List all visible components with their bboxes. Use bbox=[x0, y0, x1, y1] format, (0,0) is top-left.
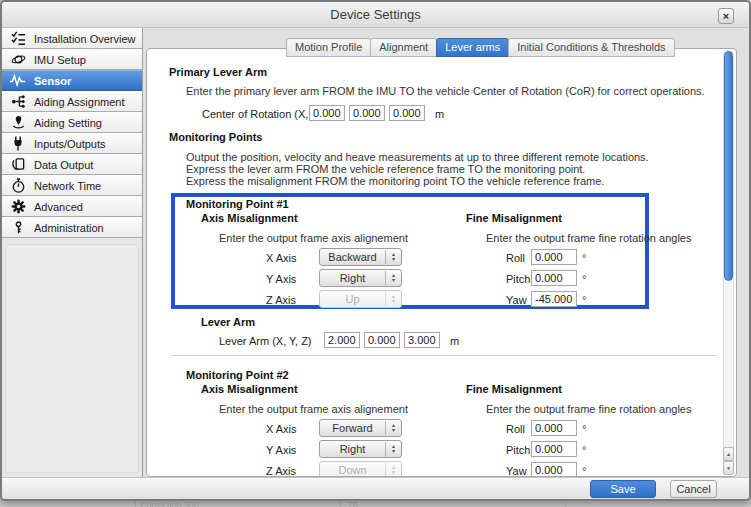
dialog-footer: Save Cancel bbox=[2, 477, 749, 499]
fine-misalignment-description: Enter the output frame fine rotation ang… bbox=[486, 232, 691, 244]
y-axis-label: Y Axis bbox=[266, 273, 310, 285]
center-of-rotation-z-input[interactable] bbox=[389, 105, 425, 121]
scroll-up-button[interactable]: ▲ bbox=[723, 447, 734, 461]
y-axis-label: Y Axis bbox=[266, 444, 310, 456]
vertical-scrollbar[interactable]: ▲ ▼ bbox=[723, 50, 734, 475]
z-axis-label: Z Axis bbox=[266, 294, 310, 306]
sidebar-item-installation-overview[interactable]: Installation Overview bbox=[2, 28, 142, 49]
waveform-icon bbox=[9, 74, 27, 87]
sidebar-item-label: Aiding Setting bbox=[34, 117, 102, 129]
cancel-button[interactable]: Cancel bbox=[670, 480, 717, 498]
lever-arms-panel: Primary Lever Arm Enter the primary leve… bbox=[146, 48, 737, 477]
degrees-unit-label: ° bbox=[582, 423, 586, 435]
sidebar-item-network-time[interactable]: Network Time bbox=[2, 175, 142, 196]
sidebar-item-advanced[interactable]: Advanced bbox=[2, 196, 142, 217]
lever-arm-y-input[interactable] bbox=[364, 332, 400, 348]
x-axis-label: X Axis bbox=[266, 423, 310, 435]
location-pin-icon bbox=[9, 115, 27, 130]
spinner-arrows-icon[interactable]: ▴▾ bbox=[386, 273, 401, 283]
sidebar-item-inputs-outputs[interactable]: Inputs/Outputs bbox=[2, 133, 142, 154]
sidebar-item-imu-setup[interactable]: IMU Setup bbox=[2, 49, 142, 70]
sidebar-item-label: Administration bbox=[34, 222, 104, 234]
center-of-rotation-y-input[interactable] bbox=[349, 105, 385, 121]
save-button[interactable]: Save bbox=[590, 480, 656, 498]
yaw-input[interactable] bbox=[531, 291, 577, 307]
sidebar-item-administration[interactable]: Administration bbox=[2, 217, 142, 238]
monitoring-point-1-section: Monitoring Point #1 Axis Misalignment Fi… bbox=[175, 197, 645, 305]
yaw-input[interactable] bbox=[531, 462, 577, 477]
lever-arm-heading: Lever Arm bbox=[201, 316, 255, 328]
background-faint-text: 76 bbox=[348, 500, 358, 507]
dialog-title: Device Settings bbox=[2, 2, 749, 27]
degrees-unit-label: ° bbox=[582, 252, 586, 264]
sidebar-item-sensor[interactable]: Sensor bbox=[2, 70, 142, 91]
close-icon: × bbox=[723, 10, 729, 22]
y-axis-value: Right bbox=[320, 443, 385, 455]
degrees-unit-label: ° bbox=[582, 273, 586, 285]
monitoring-points-heading: Monitoring Points bbox=[169, 131, 262, 143]
pitch-input[interactable] bbox=[531, 441, 577, 457]
primary-lever-arm-description: Enter the primary lever arm FROM the IMU… bbox=[186, 85, 705, 97]
scroll-down-icon: ▼ bbox=[726, 465, 731, 471]
monitoring-point-2-heading: Monitoring Point #2 bbox=[186, 369, 289, 381]
lever-arm-x-input[interactable] bbox=[324, 332, 360, 348]
monitoring-points-description-1: Output the position, velocity and heave … bbox=[186, 151, 649, 163]
x-axis-spinner[interactable]: Forward ▴▾ bbox=[319, 419, 402, 437]
spinner-arrows-icon[interactable]: ▴▾ bbox=[386, 444, 401, 454]
settings-tabs: Motion Profile Alignment Lever arms Init… bbox=[286, 38, 675, 57]
checklist-icon bbox=[9, 31, 27, 46]
sidebar-item-label: Advanced bbox=[34, 201, 83, 213]
degrees-unit-label: ° bbox=[582, 294, 586, 306]
gear-icon bbox=[9, 199, 27, 214]
primary-lever-arm-heading: Primary Lever Arm bbox=[169, 66, 267, 78]
roll-input[interactable] bbox=[531, 420, 577, 436]
spinner-arrows-icon: ▴▾ bbox=[386, 465, 401, 475]
monitoring-point-2-section: Monitoring Point #2 Axis Misalignment Fi… bbox=[175, 368, 685, 477]
y-axis-value: Right bbox=[320, 272, 385, 284]
section-divider bbox=[171, 355, 716, 356]
lever-arm-z-input[interactable] bbox=[404, 332, 440, 348]
gyroscope-icon bbox=[9, 52, 27, 67]
monitoring-points-description-3: Express the misalignment FROM the monito… bbox=[186, 175, 604, 187]
fine-misalignment-heading: Fine Misalignment bbox=[466, 383, 562, 395]
sidebar-item-data-output[interactable]: Data Output bbox=[2, 154, 142, 175]
fine-misalignment-heading: Fine Misalignment bbox=[466, 212, 562, 224]
scrollbar-thumb[interactable] bbox=[724, 51, 733, 281]
spinner-arrows-icon: ▴▾ bbox=[386, 294, 401, 304]
axis-misalignment-description: Enter the output frame axis alignement bbox=[219, 232, 408, 244]
z-axis-spinner: Up ▴▾ bbox=[319, 290, 402, 308]
meters-unit-label: m bbox=[435, 108, 444, 120]
scroll-up-icon: ▲ bbox=[726, 451, 731, 457]
axis-misalignment-description: Enter the output frame axis alignement bbox=[219, 403, 408, 415]
close-button[interactable]: × bbox=[718, 8, 734, 24]
axis-misalignment-heading: Axis Misalignment bbox=[201, 212, 298, 224]
lever-arm-label: Lever Arm (X, Y, Z) bbox=[219, 335, 312, 347]
roll-input[interactable] bbox=[531, 249, 577, 265]
center-of-rotation-x-input[interactable] bbox=[309, 105, 345, 121]
fine-misalignment-description: Enter the output frame fine rotation ang… bbox=[486, 403, 691, 415]
x-axis-spinner[interactable]: Backward ▴▾ bbox=[319, 248, 402, 266]
tab-lever-arms[interactable]: Lever arms bbox=[436, 38, 509, 57]
sidebar-item-label: Data Output bbox=[34, 159, 93, 171]
dialog-titlebar: Device Settings × bbox=[2, 2, 749, 28]
tab-initial-conditions-thresholds[interactable]: Initial Conditions & Thresholds bbox=[508, 38, 674, 57]
degrees-unit-label: ° bbox=[582, 465, 586, 477]
tab-motion-profile[interactable]: Motion Profile bbox=[286, 38, 371, 57]
tab-alignment[interactable]: Alignment bbox=[370, 38, 437, 57]
y-axis-spinner[interactable]: Right ▴▾ bbox=[319, 440, 402, 458]
x-axis-value: Forward bbox=[320, 422, 385, 434]
scroll-down-button[interactable]: ▼ bbox=[723, 461, 734, 475]
degrees-unit-label: ° bbox=[582, 444, 586, 456]
spinner-arrows-icon[interactable]: ▴▾ bbox=[386, 252, 401, 262]
z-axis-label: Z Axis bbox=[266, 465, 310, 477]
spinner-arrows-icon[interactable]: ▴▾ bbox=[386, 423, 401, 433]
monitoring-points-description-2: Express the lever arm FROM the vehicle r… bbox=[186, 163, 585, 175]
monitoring-point-1-heading: Monitoring Point #1 bbox=[186, 198, 289, 210]
sidebar-item-aiding-assignment[interactable]: Aiding Assignment bbox=[2, 91, 142, 112]
y-axis-spinner[interactable]: Right ▴▾ bbox=[319, 269, 402, 287]
sidebar-item-aiding-setting[interactable]: Aiding Setting bbox=[2, 112, 142, 133]
sidebar-empty-panel bbox=[5, 244, 139, 473]
pitch-input[interactable] bbox=[531, 270, 577, 286]
x-axis-value: Backward bbox=[320, 251, 385, 263]
x-axis-label: X Axis bbox=[266, 252, 310, 264]
